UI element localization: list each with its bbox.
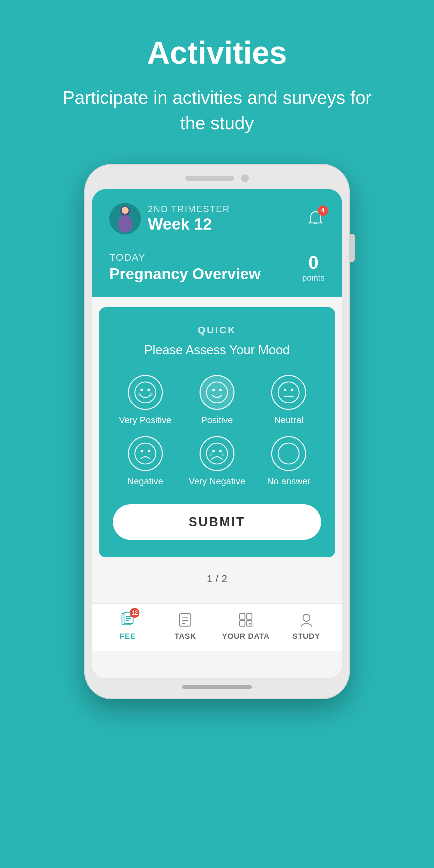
page-title: Activities [147,35,287,71]
overview-title: Pregnancy Overview [109,265,261,283]
notification-badge: 4 [318,205,328,216]
svg-point-17 [147,450,150,452]
fee-label: FEE [120,632,136,641]
your-data-icon [237,611,255,629]
svg-point-23 [278,443,299,464]
points-number: 0 [309,252,319,273]
nav-fee[interactable]: 12 FEE [107,611,149,641]
study-label: STUDY [292,632,320,641]
mood-grid: Very Positive [113,375,321,487]
svg-point-21 [209,453,213,456]
mood-label-no-answer: No answer [267,476,310,487]
mood-label-negative: Negative [127,476,163,487]
phone-screen: 2ND TRIMESTER Week 12 4 TODAY Pregnancy … [92,189,342,678]
study-icon [297,611,316,629]
mood-label-very-positive: Very Positive [119,415,172,426]
mood-negative[interactable]: Negative [113,436,178,487]
svg-point-7 [150,392,153,396]
svg-point-4 [140,389,143,391]
mood-circle-very-positive [128,375,163,410]
svg-rect-34 [246,614,252,619]
phone-bottom-bar [92,685,342,689]
svg-point-6 [138,392,141,396]
svg-point-5 [147,389,150,391]
svg-point-15 [135,443,156,464]
mood-very-positive[interactable]: Very Positive [113,375,178,426]
phone-camera [241,174,249,182]
pagination: 1 / 2 [99,564,335,593]
task-icon [176,611,194,629]
fee-badge: 12 [130,608,139,618]
svg-point-3 [135,382,156,403]
app-header: 2ND TRIMESTER Week 12 4 [92,189,342,248]
svg-point-11 [278,382,299,403]
svg-point-39 [303,614,310,621]
bell-icon-wrapper[interactable]: 4 [306,209,325,229]
mood-circle-negative [128,436,163,471]
your-data-label: YOUR DATA [222,632,270,641]
phone-side-button [350,234,355,262]
svg-rect-29 [180,614,191,626]
mood-very-negative[interactable]: Very Negative [185,436,249,487]
fee-icon: 12 [118,611,137,629]
nav-task[interactable]: TASK [164,611,206,641]
submit-button[interactable]: SUBMIT [113,504,321,540]
task-label: TASK [174,632,196,641]
trimester-label: 2ND TRIMESTER [148,204,230,215]
mood-positive[interactable]: Positive [185,375,249,426]
nav-your-data[interactable]: YOUR DATA [222,611,270,641]
pagination-separator: / [212,573,221,584]
svg-point-22 [221,453,225,456]
page-subtitle: Participate in activities and surveys fo… [60,85,374,136]
pagination-total: 2 [222,573,227,584]
quick-label: QUICK [113,325,321,336]
mood-circle-neutral [271,375,306,410]
svg-point-8 [207,382,227,403]
svg-rect-33 [239,614,245,619]
week-label: Week 12 [148,215,230,233]
mood-label-very-negative: Very Negative [189,476,245,487]
points-label: points [302,273,325,283]
mood-circle-no-answer [271,436,306,471]
mood-circle-very-negative [200,436,234,471]
mood-label-neutral: Neutral [274,415,303,426]
nav-study[interactable]: STUDY [285,611,327,641]
pagination-current: 1 [207,573,213,584]
screen-content: QUICK Please Assess Your Mood [92,297,342,603]
mood-question: Please Assess Your Mood [113,343,321,357]
svg-point-12 [284,389,287,391]
phone-top-bar [92,174,342,182]
svg-point-10 [219,389,222,391]
svg-point-13 [291,389,294,391]
svg-point-9 [212,389,215,391]
svg-point-16 [140,450,143,452]
svg-point-19 [212,450,215,452]
quick-card: QUICK Please Assess Your Mood [99,307,335,557]
mood-circle-positive [200,375,234,410]
mood-label-positive: Positive [201,415,233,426]
mood-no-answer[interactable]: No answer [256,436,321,487]
today-label: TODAY [109,252,261,263]
phone-mockup: 2ND TRIMESTER Week 12 4 TODAY Pregnancy … [84,164,350,699]
today-section: TODAY Pregnancy Overview 0 points [92,248,342,297]
svg-point-2 [122,207,129,214]
bottom-nav: 12 FEE TASK [92,603,342,651]
phone-speaker [185,176,234,181]
svg-rect-35 [239,621,245,626]
avatar [109,203,141,234]
svg-point-20 [219,450,222,452]
home-indicator [182,685,252,689]
mood-neutral[interactable]: Neutral [256,375,321,426]
